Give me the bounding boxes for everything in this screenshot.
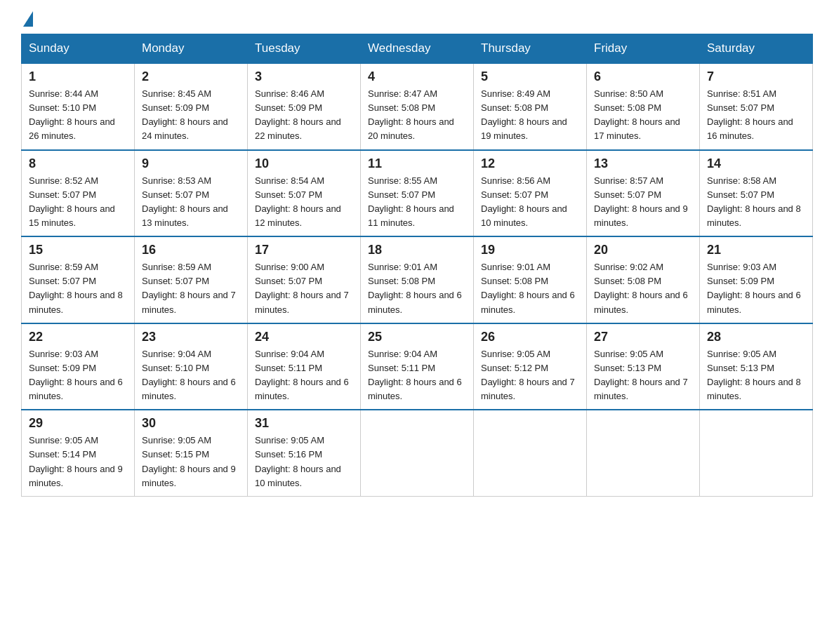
calendar-cell: 21Sunrise: 9:03 AMSunset: 5:09 PMDayligh… bbox=[700, 236, 813, 323]
day-info: Sunrise: 9:05 AMSunset: 5:16 PMDaylight:… bbox=[255, 435, 341, 488]
day-info: Sunrise: 9:01 AMSunset: 5:08 PMDaylight:… bbox=[481, 262, 575, 314]
calendar-cell: 4Sunrise: 8:47 AMSunset: 5:08 PMDaylight… bbox=[361, 63, 474, 150]
calendar-cell: 16Sunrise: 8:59 AMSunset: 5:07 PMDayligh… bbox=[135, 236, 248, 323]
calendar-cell: 26Sunrise: 9:05 AMSunset: 5:12 PMDayligh… bbox=[474, 323, 587, 410]
week-row-1: 1Sunrise: 8:44 AMSunset: 5:10 PMDaylight… bbox=[22, 63, 813, 150]
weekday-header-wednesday: Wednesday bbox=[361, 34, 474, 64]
day-number: 28 bbox=[707, 330, 805, 344]
day-info: Sunrise: 8:50 AMSunset: 5:08 PMDaylight:… bbox=[594, 88, 680, 141]
day-info: Sunrise: 9:05 AMSunset: 5:12 PMDaylight:… bbox=[481, 349, 575, 401]
day-number: 2 bbox=[142, 69, 240, 84]
calendar-cell: 31Sunrise: 9:05 AMSunset: 5:16 PMDayligh… bbox=[248, 410, 361, 496]
day-number: 16 bbox=[142, 243, 240, 257]
day-info: Sunrise: 9:00 AMSunset: 5:07 PMDaylight:… bbox=[255, 262, 349, 314]
day-info: Sunrise: 8:44 AMSunset: 5:10 PMDaylight:… bbox=[29, 88, 115, 141]
logo bbox=[21, 14, 33, 22]
day-number: 8 bbox=[29, 156, 127, 171]
weekday-header-monday: Monday bbox=[135, 34, 248, 64]
calendar-cell: 9Sunrise: 8:53 AMSunset: 5:07 PMDaylight… bbox=[135, 150, 248, 237]
day-number: 26 bbox=[481, 330, 579, 344]
calendar-cell: 25Sunrise: 9:04 AMSunset: 5:11 PMDayligh… bbox=[361, 323, 474, 410]
calendar-cell: 1Sunrise: 8:44 AMSunset: 5:10 PMDaylight… bbox=[22, 63, 135, 150]
day-info: Sunrise: 8:58 AMSunset: 5:07 PMDaylight:… bbox=[707, 175, 801, 228]
calendar-cell: 10Sunrise: 8:54 AMSunset: 5:07 PMDayligh… bbox=[248, 150, 361, 237]
day-number: 24 bbox=[255, 330, 353, 344]
day-info: Sunrise: 8:57 AMSunset: 5:07 PMDaylight:… bbox=[594, 175, 688, 228]
day-info: Sunrise: 8:51 AMSunset: 5:07 PMDaylight:… bbox=[707, 88, 793, 141]
weekday-header-friday: Friday bbox=[587, 34, 700, 64]
calendar-cell: 24Sunrise: 9:04 AMSunset: 5:11 PMDayligh… bbox=[248, 323, 361, 410]
day-number: 9 bbox=[142, 156, 240, 171]
day-info: Sunrise: 9:04 AMSunset: 5:11 PMDaylight:… bbox=[368, 349, 462, 401]
calendar-cell: 29Sunrise: 9:05 AMSunset: 5:14 PMDayligh… bbox=[22, 410, 135, 496]
weekday-header-row: SundayMondayTuesdayWednesdayThursdayFrid… bbox=[22, 34, 813, 64]
day-number: 15 bbox=[29, 243, 127, 257]
day-number: 19 bbox=[481, 243, 579, 257]
calendar-cell bbox=[700, 410, 813, 496]
day-number: 20 bbox=[594, 243, 692, 257]
calendar-cell: 2Sunrise: 8:45 AMSunset: 5:09 PMDaylight… bbox=[135, 63, 248, 150]
day-info: Sunrise: 9:05 AMSunset: 5:13 PMDaylight:… bbox=[594, 349, 688, 401]
day-info: Sunrise: 8:47 AMSunset: 5:08 PMDaylight:… bbox=[368, 88, 454, 141]
calendar-cell: 22Sunrise: 9:03 AMSunset: 5:09 PMDayligh… bbox=[22, 323, 135, 410]
day-number: 6 bbox=[594, 69, 692, 84]
day-info: Sunrise: 8:46 AMSunset: 5:09 PMDaylight:… bbox=[255, 88, 341, 141]
week-row-3: 15Sunrise: 8:59 AMSunset: 5:07 PMDayligh… bbox=[22, 236, 813, 323]
calendar-cell bbox=[361, 410, 474, 496]
week-row-2: 8Sunrise: 8:52 AMSunset: 5:07 PMDaylight… bbox=[22, 150, 813, 237]
day-number: 21 bbox=[707, 243, 805, 257]
calendar-cell: 13Sunrise: 8:57 AMSunset: 5:07 PMDayligh… bbox=[587, 150, 700, 237]
day-info: Sunrise: 8:53 AMSunset: 5:07 PMDaylight:… bbox=[142, 175, 228, 228]
calendar-cell: 28Sunrise: 9:05 AMSunset: 5:13 PMDayligh… bbox=[700, 323, 813, 410]
calendar-cell: 15Sunrise: 8:59 AMSunset: 5:07 PMDayligh… bbox=[22, 236, 135, 323]
day-info: Sunrise: 8:45 AMSunset: 5:09 PMDaylight:… bbox=[142, 88, 228, 141]
day-info: Sunrise: 8:59 AMSunset: 5:07 PMDaylight:… bbox=[142, 262, 236, 314]
day-info: Sunrise: 8:59 AMSunset: 5:07 PMDaylight:… bbox=[29, 262, 123, 314]
day-info: Sunrise: 9:03 AMSunset: 5:09 PMDaylight:… bbox=[29, 349, 123, 401]
calendar-cell bbox=[474, 410, 587, 496]
calendar-cell: 14Sunrise: 8:58 AMSunset: 5:07 PMDayligh… bbox=[700, 150, 813, 237]
day-info: Sunrise: 8:56 AMSunset: 5:07 PMDaylight:… bbox=[481, 175, 567, 228]
day-info: Sunrise: 8:55 AMSunset: 5:07 PMDaylight:… bbox=[368, 175, 454, 228]
day-number: 11 bbox=[368, 156, 466, 171]
weekday-header-sunday: Sunday bbox=[22, 34, 135, 64]
calendar-cell: 19Sunrise: 9:01 AMSunset: 5:08 PMDayligh… bbox=[474, 236, 587, 323]
day-info: Sunrise: 9:04 AMSunset: 5:10 PMDaylight:… bbox=[142, 349, 236, 401]
day-number: 10 bbox=[255, 156, 353, 171]
day-info: Sunrise: 8:52 AMSunset: 5:07 PMDaylight:… bbox=[29, 175, 115, 228]
calendar-cell: 27Sunrise: 9:05 AMSunset: 5:13 PMDayligh… bbox=[587, 323, 700, 410]
day-info: Sunrise: 9:01 AMSunset: 5:08 PMDaylight:… bbox=[368, 262, 462, 314]
calendar-cell: 5Sunrise: 8:49 AMSunset: 5:08 PMDaylight… bbox=[474, 63, 587, 150]
logo-triangle-icon bbox=[23, 11, 33, 27]
calendar-cell: 12Sunrise: 8:56 AMSunset: 5:07 PMDayligh… bbox=[474, 150, 587, 237]
day-info: Sunrise: 9:03 AMSunset: 5:09 PMDaylight:… bbox=[707, 262, 801, 314]
day-info: Sunrise: 9:05 AMSunset: 5:14 PMDaylight:… bbox=[29, 435, 123, 488]
day-number: 25 bbox=[368, 330, 466, 344]
calendar-cell: 11Sunrise: 8:55 AMSunset: 5:07 PMDayligh… bbox=[361, 150, 474, 237]
day-number: 18 bbox=[368, 243, 466, 257]
weekday-header-saturday: Saturday bbox=[700, 34, 813, 64]
calendar-cell: 17Sunrise: 9:00 AMSunset: 5:07 PMDayligh… bbox=[248, 236, 361, 323]
day-info: Sunrise: 9:04 AMSunset: 5:11 PMDaylight:… bbox=[255, 349, 349, 401]
weekday-header-tuesday: Tuesday bbox=[248, 34, 361, 64]
day-number: 3 bbox=[255, 69, 353, 84]
day-number: 14 bbox=[707, 156, 805, 171]
day-info: Sunrise: 9:02 AMSunset: 5:08 PMDaylight:… bbox=[594, 262, 688, 314]
day-number: 1 bbox=[29, 69, 127, 84]
day-info: Sunrise: 9:05 AMSunset: 5:13 PMDaylight:… bbox=[707, 349, 801, 401]
calendar-cell bbox=[587, 410, 700, 496]
weekday-header-thursday: Thursday bbox=[474, 34, 587, 64]
day-number: 5 bbox=[481, 69, 579, 84]
day-info: Sunrise: 9:05 AMSunset: 5:15 PMDaylight:… bbox=[142, 435, 236, 488]
day-number: 12 bbox=[481, 156, 579, 171]
day-number: 17 bbox=[255, 243, 353, 257]
day-number: 4 bbox=[368, 69, 466, 84]
calendar-cell: 3Sunrise: 8:46 AMSunset: 5:09 PMDaylight… bbox=[248, 63, 361, 150]
calendar-cell: 8Sunrise: 8:52 AMSunset: 5:07 PMDaylight… bbox=[22, 150, 135, 237]
page-header bbox=[21, 14, 813, 22]
calendar-table: SundayMondayTuesdayWednesdayThursdayFrid… bbox=[21, 34, 813, 497]
day-number: 13 bbox=[594, 156, 692, 171]
calendar-cell: 20Sunrise: 9:02 AMSunset: 5:08 PMDayligh… bbox=[587, 236, 700, 323]
day-number: 29 bbox=[29, 416, 127, 431]
day-number: 23 bbox=[142, 330, 240, 344]
